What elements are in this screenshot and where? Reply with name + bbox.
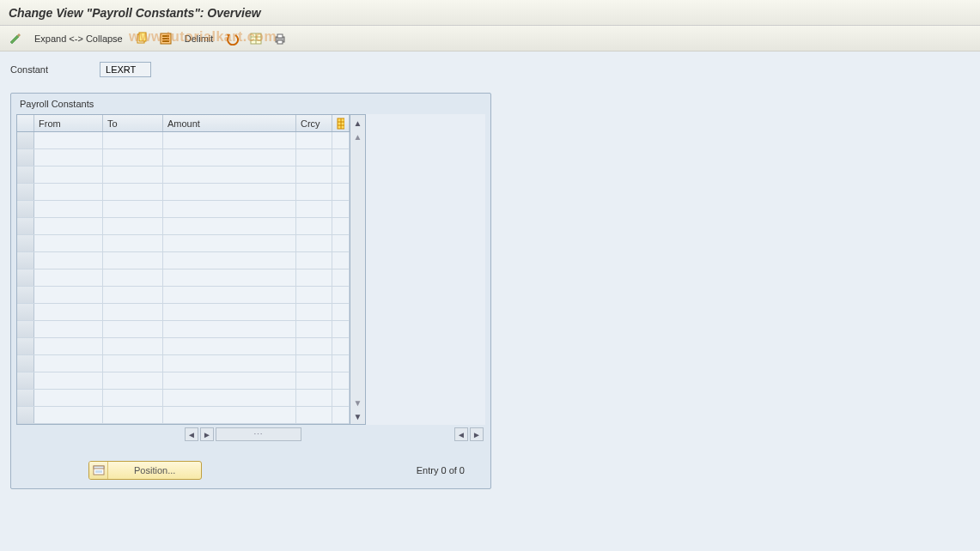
table-row[interactable]: [17, 304, 350, 321]
table-row[interactable]: [17, 287, 350, 304]
table-row[interactable]: [17, 372, 350, 390]
page-title: Change View "Payroll Constants": Overvie…: [9, 6, 261, 20]
toggle-display-change-icon[interactable]: [5, 29, 26, 48]
table-row[interactable]: [17, 201, 350, 218]
expand-collapse-button[interactable]: Expand <-> Collapse: [29, 29, 128, 48]
table-row[interactable]: [17, 390, 350, 407]
vertical-scrollbar[interactable]: ▲ ▲ ▼ ▼: [350, 114, 366, 425]
select-all-icon[interactable]: [155, 29, 176, 48]
content-area: Constant Payroll Constants From To Amoun…: [0, 51, 980, 551]
column-from[interactable]: From: [34, 115, 103, 131]
column-to[interactable]: To: [103, 115, 163, 131]
column-selector[interactable]: [17, 115, 34, 131]
scroll-track[interactable]: ⋯: [216, 427, 301, 441]
table-row[interactable]: [17, 235, 350, 252]
print-icon[interactable]: [270, 29, 290, 48]
delimit-button[interactable]: Delimit: [180, 29, 219, 48]
svg-rect-12: [277, 40, 283, 44]
svg-rect-4: [162, 38, 169, 39]
table-row[interactable]: [17, 184, 350, 201]
title-bar: Change View "Payroll Constants": Overvie…: [0, 0, 980, 26]
grid-body: [17, 132, 350, 424]
svg-rect-11: [277, 34, 283, 38]
table-row[interactable]: [17, 167, 350, 184]
position-icon: [89, 462, 108, 479]
constant-field-row: Constant: [10, 62, 970, 77]
scroll-up-icon-2[interactable]: ▲: [353, 131, 363, 142]
column-configure-icon[interactable]: [332, 115, 350, 131]
constant-label: Constant: [10, 64, 48, 75]
horizontal-scrollbar: ◄ ► ⋯ ◄ ►: [16, 427, 485, 442]
scroll-right-end-icon[interactable]: ►: [470, 427, 484, 441]
copy-icon[interactable]: [131, 29, 152, 48]
table-row[interactable]: [17, 407, 350, 424]
table-row[interactable]: [17, 218, 350, 235]
entry-count: Entry 0 of 0: [417, 465, 465, 475]
svg-rect-5: [162, 40, 169, 42]
panel-footer: Position... Entry 0 of 0: [16, 461, 485, 480]
svg-rect-1: [139, 33, 146, 41]
toolbar: Expand <-> Collapse Delimit www.tutorial…: [0, 26, 980, 51]
table-row[interactable]: [17, 338, 350, 355]
scroll-down-icon-2[interactable]: ▼: [353, 397, 363, 408]
table-row[interactable]: [17, 321, 350, 338]
panel-title: Payroll Constants: [16, 97, 485, 114]
grid: From To Amount Crcy: [16, 114, 350, 425]
scroll-down-icon[interactable]: ▼: [353, 411, 363, 421]
svg-rect-20: [95, 470, 102, 473]
table-row[interactable]: [17, 132, 350, 149]
column-amount[interactable]: Amount: [163, 115, 296, 131]
table-row[interactable]: [17, 355, 350, 372]
table-row[interactable]: [17, 252, 350, 269]
scroll-left-end-icon[interactable]: ◄: [454, 427, 468, 441]
position-button[interactable]: Position...: [88, 461, 202, 480]
undo-icon[interactable]: [222, 29, 242, 48]
payroll-constants-panel: Payroll Constants From To Amount Crcy ▲: [10, 93, 491, 489]
position-label: Position...: [108, 465, 201, 475]
svg-rect-19: [94, 466, 104, 469]
table-settings-icon[interactable]: [246, 29, 266, 48]
scroll-right-icon[interactable]: ►: [200, 427, 214, 441]
column-crcy[interactable]: Crcy: [296, 115, 332, 131]
table-row[interactable]: [17, 149, 350, 167]
grid-header: From To Amount Crcy: [17, 115, 350, 132]
scroll-up-icon[interactable]: ▲: [353, 118, 363, 128]
grid-wrapper: From To Amount Crcy ▲ ▲ ▼ ▼: [16, 114, 485, 425]
table-row[interactable]: [17, 269, 350, 287]
svg-rect-3: [162, 35, 169, 37]
constant-input[interactable]: [100, 62, 151, 77]
scroll-left-icon[interactable]: ◄: [185, 427, 198, 441]
